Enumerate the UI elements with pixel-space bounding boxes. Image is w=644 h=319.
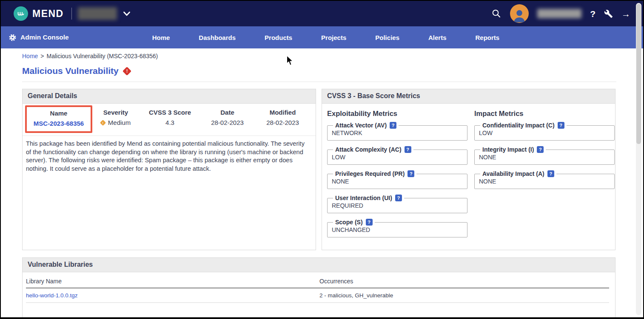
nav-item-dashboards[interactable]: Dashboards <box>184 34 250 41</box>
nav-menu: Home Dashboards Products Projects Polici… <box>138 34 514 41</box>
column-header-cvss3-score: CVSS 3 Score <box>139 109 201 116</box>
topbar: MEND ? → <box>1 1 643 26</box>
metric-availability-impact: Availability Impact (A)? NONE <box>474 170 615 189</box>
column-header-severity: Severity <box>92 109 139 116</box>
library-name-link[interactable]: hello-world-1.0.0.tgz <box>26 292 78 299</box>
help-icon[interactable]: ? <box>390 122 396 129</box>
help-icon[interactable]: ? <box>537 146 544 153</box>
metric-attack-vector: Attack Vector (AV)? NETWORK <box>327 122 467 141</box>
general-details-panel: General Details Name MSC-2023-68356 Seve… <box>22 89 316 250</box>
metric-label: Attack Complexity (AC) <box>335 146 402 153</box>
vulnerability-name-link[interactable]: MSC-2023-68356 <box>34 120 84 127</box>
help-icon[interactable]: ? <box>395 195 402 201</box>
org-selector[interactable] <box>78 7 132 20</box>
divider <box>71 8 72 20</box>
search-icon[interactable] <box>491 8 502 19</box>
nav-item-products[interactable]: Products <box>250 34 307 41</box>
vulnerable-libraries-panel: Vulnerable Libraries Library Name Occurr… <box>22 257 616 319</box>
scrollbar-thumb[interactable] <box>636 4 641 144</box>
nav-item-alerts[interactable]: Alerts <box>414 34 461 41</box>
chevron-down-icon <box>121 8 132 19</box>
metric-label: Attack Vector (AV) <box>335 122 387 129</box>
metric-label: Scope (S) <box>335 219 363 226</box>
metric-label: User Interaction (UI) <box>335 195 392 201</box>
nav-item-policies[interactable]: Policies <box>361 34 414 41</box>
column-header-name: Name <box>28 110 89 117</box>
page-content: Home>Malicious Vulnerability (MSC-2023-6… <box>1 48 643 319</box>
nav-item-reports[interactable]: Reports <box>461 34 514 41</box>
title-divider <box>22 82 616 82</box>
severity-medium-icon: ! <box>100 119 106 125</box>
metric-value: LOW <box>332 154 463 161</box>
metric-privileges-required: Privileges Required (PR)? NONE <box>327 170 467 189</box>
admin-console-label: Admin Console <box>20 34 69 41</box>
main-navbar: Admin Console Home Dashboards Products P… <box>1 26 643 48</box>
occurrences-value: 2 - malicious, GH_vulnerable <box>319 292 609 299</box>
metric-value: NONE <box>332 178 463 185</box>
nav-item-projects[interactable]: Projects <box>307 34 361 41</box>
exploitability-metrics-title: Exploitability Metrics <box>327 110 467 118</box>
app-window: MEND ? → Admin Console Home Dashboards P… <box>0 0 644 319</box>
person-icon <box>511 7 527 23</box>
column-header-date: Date <box>201 109 254 116</box>
impact-metrics-title: Impact Metrics <box>474 110 615 118</box>
metric-value: UNCHANGED <box>332 226 463 233</box>
column-header-library-name: Library Name <box>26 278 319 285</box>
metric-value: REQUIRED <box>332 202 463 209</box>
metric-value: NONE <box>479 178 610 185</box>
cvss-panel-title: CVSS 3 - Base Score Metrics <box>322 89 615 104</box>
metric-confidentiality-impact: Confidentiality Impact (C)? LOW <box>474 122 615 141</box>
brand-name: MEND <box>32 8 64 20</box>
breadcrumb-home-link[interactable]: Home <box>22 53 38 59</box>
cvss3-score-value: 4.3 <box>139 119 201 126</box>
help-icon[interactable]: ? <box>405 146 411 153</box>
metric-label: Privileges Required (PR) <box>335 170 405 177</box>
metric-value: NETWORK <box>332 130 463 136</box>
annotation-highlight-box: Name MSC-2023-68356 <box>25 105 92 133</box>
breadcrumb-current: Malicious Vulnerability (MSC-2023-68356) <box>47 53 158 59</box>
help-icon[interactable]: ? <box>407 170 414 177</box>
breadcrumb: Home>Malicious Vulnerability (MSC-2023-6… <box>22 53 616 59</box>
redacted-username <box>537 9 581 18</box>
cvss-panel: CVSS 3 - Base Score Metrics Exploitabili… <box>322 89 616 250</box>
help-icon[interactable]: ? <box>547 170 554 177</box>
metric-user-interaction: User Interaction (UI)? REQUIRED <box>327 195 467 213</box>
metric-value: NONE <box>479 154 610 161</box>
date-value: 28-02-2023 <box>201 119 254 126</box>
nav-item-home[interactable]: Home <box>138 34 185 41</box>
metric-label: Confidentiality Impact (C) <box>482 122 555 129</box>
exploitability-metrics-group: Exploitability Metrics Attack Vector (AV… <box>327 108 467 243</box>
logout-icon[interactable]: → <box>621 9 630 18</box>
admin-console-link[interactable]: Admin Console <box>9 34 69 42</box>
gear-icon <box>9 34 17 42</box>
metric-integrity-impact: Integrity Impact (I)? NONE <box>474 146 615 165</box>
severity-value: Medium <box>108 119 131 126</box>
metric-label: Availability Impact (A) <box>482 170 544 177</box>
wrench-icon[interactable] <box>604 9 613 18</box>
breadcrumb-separator: > <box>40 53 44 59</box>
scrollbar-track[interactable] <box>636 3 641 315</box>
page-title: Malicious Vulnerability <box>22 66 119 76</box>
redacted-org-name <box>78 7 117 20</box>
metric-scope: Scope (S)? UNCHANGED <box>327 219 467 237</box>
mend-logo[interactable]: MEND <box>14 6 64 21</box>
help-icon[interactable]: ? <box>366 219 373 226</box>
impact-metrics-group: Impact Metrics Confidentiality Impact (C… <box>474 108 615 243</box>
topbar-actions: ? → <box>491 4 630 23</box>
metric-value: LOW <box>479 130 610 136</box>
help-icon[interactable]: ? <box>558 122 564 129</box>
metric-attack-complexity: Attack Complexity (AC)? LOW <box>327 146 467 165</box>
modified-value: 28-02-2023 <box>254 119 311 126</box>
table-row: hello-world-1.0.0.tgz 2 - malicious, GH_… <box>26 288 609 303</box>
general-details-title: General Details <box>23 89 316 104</box>
help-icon[interactable]: ? <box>590 9 596 18</box>
vulnerable-libraries-header-row: Library Name Occurrences <box>26 276 609 288</box>
avatar[interactable] <box>510 4 529 23</box>
malicious-alert-icon: ! <box>123 66 131 75</box>
column-header-modified: Modified <box>254 109 311 116</box>
vulnerable-libraries-title: Vulnerable Libraries <box>23 258 615 272</box>
metric-label: Integrity Impact (I) <box>482 146 534 153</box>
vulnerability-description: This package has been identified by Mend… <box>23 136 316 173</box>
title-row: Malicious Vulnerability ! <box>22 66 616 76</box>
mend-logo-icon <box>14 6 28 21</box>
